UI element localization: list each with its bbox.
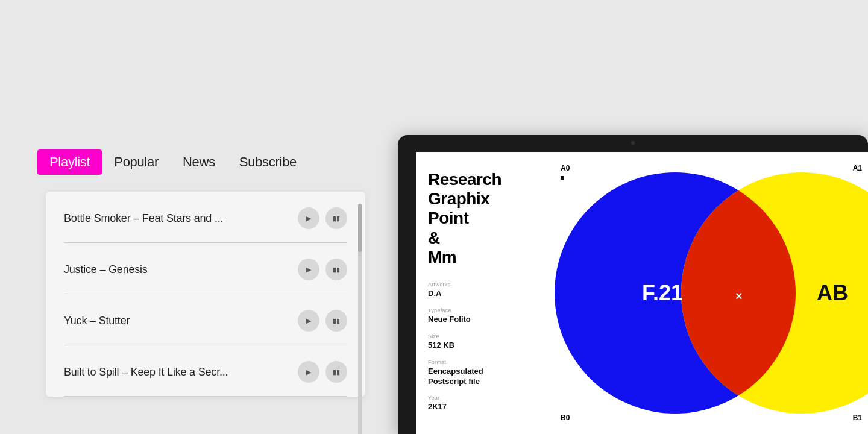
font-name: Research Graphix Point & Mm xyxy=(428,170,524,267)
size-value: 512 KB xyxy=(428,341,524,351)
font-info-panel: Research Graphix Point & Mm Artworks D.A… xyxy=(416,152,536,434)
format-value: Eencapsulated Postscript file xyxy=(428,366,524,387)
pause-button[interactable]: ▮▮ xyxy=(326,361,347,383)
tab-playlist[interactable]: Playlist xyxy=(37,149,102,175)
typeface-label: Typeface xyxy=(428,307,524,313)
left-panel: Playlist Popular News Subscribe Bottle S… xyxy=(0,0,398,434)
year-label: Year xyxy=(428,395,524,401)
playlist-card: Bottle Smoker – Feat Stars and ... ▶ ▮▮ … xyxy=(46,192,365,397)
monitor-screen: Research Graphix Point & Mm Artworks D.A… xyxy=(416,152,868,434)
venn-diagram-area: A0 A1 B0 B1 xyxy=(536,152,868,434)
pause-button[interactable]: ▮▮ xyxy=(326,207,347,229)
size-label: Size xyxy=(428,333,524,339)
list-item: Bottle Smoker – Feat Stars and ... ▶ ▮▮ xyxy=(46,192,365,243)
track-controls: ▶ ▮▮ xyxy=(298,259,347,280)
venn-svg: F.21 × AB xyxy=(536,152,868,434)
monitor-frame: Research Graphix Point & Mm Artworks D.A… xyxy=(398,135,868,434)
play-button[interactable]: ▶ xyxy=(298,361,319,383)
pause-button[interactable]: ▮▮ xyxy=(326,259,347,280)
track-title: Built to Spill – Keep It Like a Secr... xyxy=(64,366,228,379)
play-button[interactable]: ▶ xyxy=(298,310,319,332)
artworks-label: Artworks xyxy=(428,281,524,288)
play-button[interactable]: ▶ xyxy=(298,207,319,229)
format-label: Format xyxy=(428,359,524,365)
list-item: Built to Spill – Keep It Like a Secr... … xyxy=(46,345,365,397)
track-controls: ▶ ▮▮ xyxy=(298,310,347,332)
year-info: Year 2K17 xyxy=(428,395,524,412)
svg-text:AB: AB xyxy=(817,280,848,305)
typeface-info: Typeface Neue Folito xyxy=(428,307,524,325)
size-info: Size 512 KB xyxy=(428,333,524,351)
typeface-value: Neue Folito xyxy=(428,315,524,325)
pause-button[interactable]: ▮▮ xyxy=(326,310,347,332)
track-title: Bottle Smoker – Feat Stars and ... xyxy=(64,212,223,225)
tab-subscribe[interactable]: Subscribe xyxy=(227,149,309,175)
scrollbar[interactable] xyxy=(358,204,362,434)
track-title: Yuck – Stutter xyxy=(64,315,130,327)
tab-news[interactable]: News xyxy=(171,149,227,175)
right-panel: Research Graphix Point & Mm Artworks D.A… xyxy=(398,0,868,434)
track-title: Justice – Genesis xyxy=(64,263,148,276)
year-value: 2K17 xyxy=(428,402,524,412)
play-button[interactable]: ▶ xyxy=(298,259,319,280)
format-info: Format Eencapsulated Postscript file xyxy=(428,359,524,387)
list-item: Yuck – Stutter ▶ ▮▮ xyxy=(46,294,365,345)
nav-tabs: Playlist Popular News Subscribe xyxy=(37,149,309,175)
svg-text:×: × xyxy=(735,289,743,303)
track-controls: ▶ ▮▮ xyxy=(298,361,347,383)
artworks-value: D.A xyxy=(428,289,524,299)
track-controls: ▶ ▮▮ xyxy=(298,207,347,229)
list-item: Justice – Genesis ▶ ▮▮ xyxy=(46,243,365,294)
scrollbar-thumb[interactable] xyxy=(358,204,362,252)
camera-dot xyxy=(631,141,635,145)
artworks-info: Artworks D.A xyxy=(428,281,524,299)
svg-text:F.21: F.21 xyxy=(642,280,683,305)
tab-popular[interactable]: Popular xyxy=(102,149,171,175)
